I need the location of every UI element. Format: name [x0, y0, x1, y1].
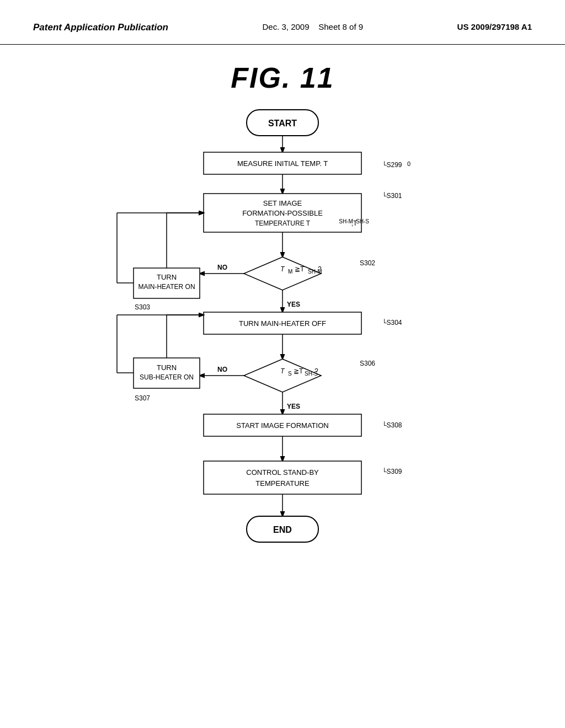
publication-label: Patent Application Publication [33, 22, 168, 33]
svg-text:NO: NO [217, 366, 227, 373]
svg-text:TURN: TURN [157, 363, 177, 372]
svg-text:CONTROL STAND-BY: CONTROL STAND-BY [246, 468, 319, 477]
svg-text:M: M [288, 269, 292, 275]
svg-text:END: END [273, 525, 292, 534]
date-sheet: Dec. 3, 2009 Sheet 8 of 9 [262, 22, 363, 31]
svg-rect-61 [204, 461, 361, 494]
svg-text:?: ? [318, 265, 322, 273]
svg-text:└S299: └S299 [382, 161, 402, 169]
figure-title: FIG. 11 [0, 61, 565, 94]
svg-text:└S301: └S301 [382, 192, 402, 200]
sheet: Sheet 8 of 9 [318, 22, 363, 31]
svg-text:YES: YES [287, 403, 300, 410]
svg-text:≧T: ≧T [295, 265, 305, 273]
flowchart-svg: START └S299 MEASURE INITIAL TEMP. T 0 └S… [89, 100, 476, 684]
svg-text:MEASURE INITIAL TEMP. T: MEASURE INITIAL TEMP. T [237, 159, 328, 168]
svg-text:START: START [268, 119, 297, 128]
svg-text:YES: YES [287, 301, 300, 308]
svg-text:TEMPERATURE: TEMPERATURE [255, 479, 310, 488]
svg-text:└S309: └S309 [382, 468, 402, 475]
svg-text:S: S [288, 371, 292, 377]
page: Patent Application Publication Dec. 3, 2… [0, 0, 565, 728]
svg-text:S302: S302 [360, 259, 375, 267]
svg-text:≧T: ≧T [294, 367, 303, 375]
header: Patent Application Publication Dec. 3, 2… [0, 0, 565, 45]
svg-text:NO: NO [217, 264, 227, 271]
svg-text:└S308: └S308 [382, 421, 402, 429]
svg-text:└S304: └S304 [382, 319, 402, 326]
date: Dec. 3, 2009 [262, 22, 309, 31]
svg-text:SET IMAGE: SET IMAGE [263, 199, 302, 207]
svg-text:START IMAGE FORMATION: START IMAGE FORMATION [236, 421, 328, 430]
svg-text:TEMPERATURE T: TEMPERATURE T [255, 220, 311, 227]
svg-text:MAIN-HEATER ON: MAIN-HEATER ON [138, 283, 195, 291]
svg-text:SUB-HEATER ON: SUB-HEATER ON [140, 373, 194, 381]
svg-text:0: 0 [407, 160, 411, 167]
patent-number: US 2009/297198 A1 [457, 22, 532, 31]
svg-text:SH-S: SH-S [356, 218, 369, 224]
svg-text:S306: S306 [360, 360, 375, 367]
svg-text:FORMATION-POSSIBLE: FORMATION-POSSIBLE [242, 209, 323, 217]
svg-text:TURN: TURN [157, 273, 177, 281]
svg-text:?: ? [315, 367, 318, 375]
svg-text:S303: S303 [135, 303, 150, 311]
svg-text:TURN MAIN-HEATER OFF: TURN MAIN-HEATER OFF [239, 319, 326, 328]
svg-text:S307: S307 [135, 394, 150, 402]
